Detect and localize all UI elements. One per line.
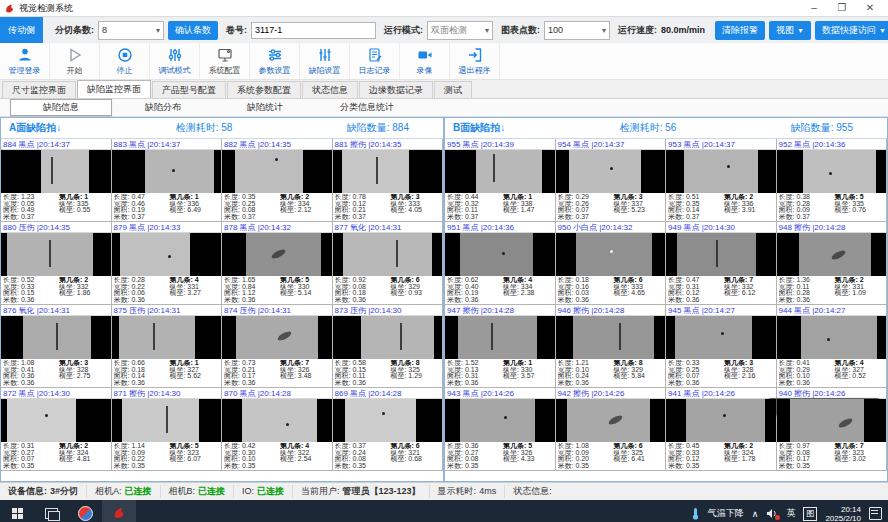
minimize-button[interactable]: – — [800, 0, 828, 16]
data-access-menu-button[interactable]: 数据快捷访问▼ — [815, 21, 888, 40]
chart-points-select[interactable]: 100▾ — [544, 21, 610, 40]
maximize-button[interactable]: ❒ — [828, 0, 856, 16]
main-tab-1[interactable]: 缺陷监控界面 — [77, 80, 151, 98]
defect-mark — [491, 323, 493, 351]
defect-info-right: 第几条: 2纵坐: 336横坐: 3.91 — [724, 194, 774, 220]
defect-cell[interactable]: 948 擦伤 |20:14:28长度: 1.36宽度: 0.11面积: 0.28… — [777, 222, 888, 305]
main-tab-5[interactable]: 边缘数据记录 — [359, 81, 433, 98]
defect-cell[interactable]: 943 黑点 |20:14:26长度: 0.36宽度: 0.27面积: 0.08… — [445, 388, 556, 471]
defect-cell[interactable]: 873 压伤 |20:14:30长度: 0.58宽度: 0.15面积: 0.11… — [333, 305, 444, 388]
defect-image — [445, 399, 555, 442]
record-video-button[interactable]: 录像 — [400, 43, 450, 79]
log-record-button[interactable]: 日志记录 — [350, 43, 400, 79]
start-button[interactable] — [0, 500, 34, 522]
defect-cell[interactable]: 882 黑点 |20:14:35长度: 0.35宽度: 0.25面积: 0.08… — [222, 139, 333, 222]
defect-cell[interactable]: 877 氧化 |20:14:31长度: 0.92宽度: 0.08面积: 0.18… — [333, 222, 444, 305]
defect-info-right: 第几条: 5纵坐: 330横坐: 5.14 — [280, 277, 330, 303]
taskbar-app-inspection[interactable] — [102, 500, 136, 522]
defect-info-left: 长度: 0.62宽度: 0.40面积: 0.19米数: 0.36 — [447, 277, 503, 303]
defect-cell[interactable]: 946 擦伤 |20:14:28长度: 1.21宽度: 0.10面积: 0.24… — [556, 305, 667, 388]
defect-cell[interactable]: 879 黑点 |20:14:33长度: 0.28宽度: 0.22面积: 0.06… — [112, 222, 223, 305]
drive-side-button[interactable]: 传动侧 — [0, 17, 43, 43]
defect-info-right: 第几条: 1纵坐: 335横坐: 0.55 — [59, 194, 109, 220]
notification-center-icon[interactable] — [869, 507, 882, 520]
info-line: 横坐: 2.54 — [280, 456, 330, 463]
defect-cell[interactable]: 953 黑点 |20:14:37长度: 0.51宽度: 0.35面积: 0.14… — [666, 139, 777, 222]
defect-cell[interactable]: 878 黑点 |20:14:32长度: 1.65宽度: 0.84面积: 1.12… — [222, 222, 333, 305]
sub-tab-1[interactable]: 缺陷分布 — [112, 99, 214, 116]
defect-cell[interactable]: 876 氧化 |20:14:31长度: 1.08宽度: 0.41面积: 0.36… — [1, 305, 112, 388]
defect-info-left: 长度: 0.28宽度: 0.22面积: 0.06米数: 0.36 — [114, 277, 170, 303]
tray-chevron-icon[interactable]: ∧ — [752, 509, 759, 519]
defect-settings-button[interactable]: 缺陷设置 — [300, 43, 350, 79]
system-config-button[interactable]: 系统配置 — [200, 43, 250, 79]
defect-cell[interactable]: 872 黑点 |20:14:30长度: 0.31宽度: 0.27面积: 0.07… — [1, 388, 112, 471]
thermometer-icon[interactable] — [691, 507, 700, 520]
defect-cell[interactable]: 871 擦伤 |20:14:30长度: 1.14宽度: 0.09面积: 0.22… — [112, 388, 223, 471]
clear-alarm-button[interactable]: 清除报警 — [715, 21, 765, 40]
defect-info-left: 长度: 0.92宽度: 0.08面积: 0.18米数: 0.36 — [335, 277, 391, 303]
defect-cell[interactable]: 949 黑点 |20:14:30长度: 0.47宽度: 0.31面积: 0.12… — [666, 222, 777, 305]
defect-cell[interactable]: 950 小白点 |20:14:32长度: 0.18宽度: 0.16面积: 0.0… — [556, 222, 667, 305]
camera-b-status: 相机B:已连接 — [161, 485, 235, 498]
task-view-button[interactable] — [34, 500, 68, 522]
defect-mark — [271, 248, 287, 260]
defect-info-left: 长度: 0.45宽度: 0.33面积: 0.12米数: 0.35 — [668, 443, 724, 469]
sub-tab-0[interactable]: 缺陷信息 — [10, 99, 112, 116]
sub-tab-3[interactable]: 分类信息统计 — [316, 99, 418, 116]
main-tab-4[interactable]: 状态信息 — [302, 81, 358, 98]
defect-cell[interactable]: 941 黑点 |20:14:26长度: 0.45宽度: 0.33面积: 0.12… — [666, 388, 777, 471]
info-line: 米数: 0.36 — [114, 297, 170, 304]
input-language-indicator[interactable]: 英 — [786, 507, 795, 520]
defect-cell-header: 953 黑点 |20:14:37 — [666, 139, 776, 150]
volume-icon[interactable] — [766, 508, 778, 519]
defect-cell[interactable]: 952 黑点 |20:14:36长度: 0.38宽度: 0.28面积: 0.09… — [777, 139, 888, 222]
confirm-count-button[interactable]: 确认条数 — [168, 21, 218, 40]
debug-mode-button[interactable]: 调试模式 — [150, 43, 200, 79]
main-tab-3[interactable]: 系统参数配置 — [227, 81, 301, 98]
ime-icon[interactable]: 图 — [803, 507, 817, 521]
defect-cell[interactable]: 945 黑点 |20:14:27长度: 0.33宽度: 0.25面积: 0.07… — [666, 305, 777, 388]
defect-cell[interactable]: 942 擦伤 |20:14:26长度: 1.08宽度: 0.09面积: 0.20… — [556, 388, 667, 471]
defect-cell[interactable]: 883 黑点 |20:14:37长度: 0.47宽度: 0.46面积: 0.19… — [112, 139, 223, 222]
icon-label: 缺陷设置 — [309, 65, 341, 76]
taskbar-app-browser[interactable] — [68, 500, 102, 522]
defect-cell[interactable]: 944 黑点 |20:14:27长度: 0.41宽度: 0.29面积: 0.10… — [777, 305, 888, 388]
info-line: 米数: 0.36 — [668, 297, 724, 304]
defect-cell[interactable]: 955 黑点 |20:14:39长度: 0.44宽度: 0.32面积: 0.11… — [445, 139, 556, 222]
defect-cell[interactable]: 870 黑点 |20:14:28长度: 0.42宽度: 0.30面积: 0.10… — [222, 388, 333, 471]
main-tab-2[interactable]: 产品型号配置 — [152, 81, 226, 98]
defect-cell[interactable]: 947 擦伤 |20:14:28长度: 1.52宽度: 0.13面积: 0.31… — [445, 305, 556, 388]
defect-cell[interactable]: 869 黑点 |20:14:28长度: 0.37宽度: 0.24面积: 0.08… — [333, 388, 444, 471]
admin-login-button[interactable]: 管理登录 — [0, 43, 50, 79]
param-settings-button[interactable]: 参数设置 — [250, 43, 300, 79]
slit-count-select[interactable]: 8▾ — [98, 21, 164, 40]
taskbar-clock[interactable]: 20:14 2025/2/10 — [825, 505, 861, 522]
defect-cell[interactable]: 880 压伤 |20:14:35长度: 0.52宽度: 0.33面积: 0.15… — [1, 222, 112, 305]
run-mode-select[interactable]: 双面检测▾ — [427, 21, 493, 40]
defect-info-right: 第几条: 8纵坐: 329横坐: 5.84 — [613, 360, 663, 386]
defect-cell[interactable]: 951 黑点 |20:14:36长度: 0.62宽度: 0.40面积: 0.19… — [445, 222, 556, 305]
chart-points-label: 图表点数: — [501, 24, 540, 37]
defect-cell-header: 946 擦伤 |20:14:28 — [556, 305, 666, 316]
defect-grid: 955 黑点 |20:14:39长度: 0.44宽度: 0.32面积: 0.11… — [445, 139, 887, 471]
defect-cell[interactable]: 875 压伤 |20:14:31长度: 0.66宽度: 0.18面积: 0.14… — [112, 305, 223, 388]
exit-program-button[interactable]: 退出程序 — [450, 43, 500, 79]
defect-image — [222, 316, 332, 359]
close-button[interactable]: ✕ — [856, 0, 884, 16]
roll-number-input[interactable] — [251, 22, 376, 39]
start-button[interactable]: 开始 — [50, 43, 100, 79]
main-tab-6[interactable]: 测试 — [434, 81, 472, 98]
weather-text[interactable]: 气温下降 — [708, 507, 744, 520]
view-menu-button[interactable]: 视图▼ — [769, 21, 811, 40]
defect-cell[interactable]: 884 黑点 |20:14:37长度: 1.23宽度: 0.05面积: 0.49… — [1, 139, 112, 222]
defect-cell[interactable]: 940 擦伤 |20:14:26长度: 0.97宽度: 0.08面积: 0.17… — [777, 388, 888, 471]
sub-tab-2[interactable]: 缺陷统计 — [214, 99, 316, 116]
stop-button[interactable]: 停止 — [100, 43, 150, 79]
defect-cell[interactable]: 881 擦伤 |20:14:35长度: 0.78宽度: 0.12面积: 0.21… — [333, 139, 444, 222]
defect-cell[interactable]: 954 黑点 |20:14:37长度: 0.29宽度: 0.26面积: 0.07… — [556, 139, 667, 222]
defect-cell[interactable]: 874 压伤 |20:14:31长度: 0.73宽度: 0.21面积: 0.17… — [222, 305, 333, 388]
defect-cell-header: 875 压伤 |20:14:31 — [112, 305, 222, 316]
defect-cell-header: 877 氧化 |20:14:31 — [333, 222, 443, 233]
main-tab-0[interactable]: 尺寸监控界面 — [2, 81, 76, 98]
